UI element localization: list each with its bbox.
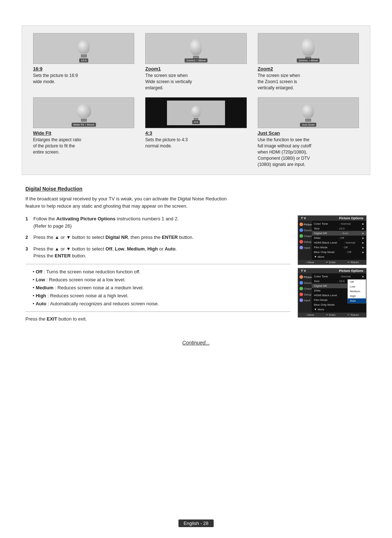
screen-label-16-9: 16:9 — [79, 58, 89, 62]
grid-item-zoom2: Zoom2 ↕ Move Zoom2 The screen size whent… — [258, 33, 359, 91]
step-num-2: 2 — [25, 234, 30, 241]
grid-item-zoom1: Zoom1 ↕ Move Zoom1 The screen size whenW… — [145, 33, 246, 91]
item-desc-just-scan: Use the function to see thefull image wi… — [258, 137, 359, 167]
screen-label-zoom1: Zoom1 ↕ Move — [185, 58, 208, 62]
input-icon — [299, 246, 303, 249]
tv-panel-2: T V Picture Options Picture Sound — [298, 268, 367, 318]
step-num-1: 1 — [25, 215, 30, 229]
bullet-list: Off : Turns the screen noise reduction f… — [33, 268, 290, 308]
dropdown-panel: Off Low Medium High Auto — [347, 279, 366, 303]
item-desc-wide-fit: Enlarges the aspect ratioof the picture … — [33, 137, 134, 155]
dropdown-high: High — [348, 294, 366, 298]
step-num-3: 3 — [25, 245, 30, 260]
dnr-steps: 1 Follow the Activating Picture Options … — [25, 215, 290, 322]
tv-menu-2: Color Tone: Normal▶ Size: 16:9▶ Digital … — [312, 273, 366, 313]
step-2: 2 Press the ▲ or ▼ button to select Digi… — [25, 234, 290, 241]
screen-label-zoom2: Zoom2 ↕ Move — [297, 58, 320, 62]
input-icon-2 — [299, 298, 303, 302]
footer-move-1: ↕ Move — [305, 261, 314, 264]
screen-label-wide-fit: Wide Fit ↕ Move — [72, 123, 96, 127]
tv-sidebar-sound: Sound — [298, 227, 312, 233]
item-title-4-3: 4:3 — [145, 130, 246, 136]
dropdown-auto: Auto — [348, 298, 366, 303]
grid-item-16-9: 16:9 16:9 Sets the picture to 16:9wide m… — [33, 33, 134, 91]
step-3: 3 Press the ▲ or ▼ button to select Off,… — [25, 245, 290, 260]
tv-footer-1: ↕ Move ↵ Enter ↩ Return — [298, 260, 366, 265]
picture-grid-section: 16:9 16:9 Sets the picture to 16:9wide m… — [22, 25, 370, 175]
grid-image-4-3: 4:3 — [145, 97, 246, 128]
divider-2 — [25, 311, 290, 312]
tv-panel-1-title-right: Picture Options — [339, 216, 363, 220]
tv-sidebar-2-picture: Picture — [298, 274, 312, 280]
grid-image-16-9: 16:9 — [33, 33, 134, 64]
dropdown-low: Low — [348, 284, 366, 289]
grid-image-just-scan: Just Scan — [258, 97, 359, 128]
grid-item-4-3: 4:3 4:3 Sets the picture to 4:3normal mo… — [145, 97, 246, 167]
footer-move-2: ↕ Move — [305, 313, 314, 317]
tv-sidebar-2-input: Input — [298, 297, 312, 303]
picture-icon-2 — [299, 275, 303, 279]
tv-menu-film: Film Mode: Off▶ — [312, 245, 366, 250]
item-desc-zoom2: The screen size whenthe Zoom1 screen isv… — [258, 73, 359, 91]
tv-sidebar-channel: Channel — [298, 233, 312, 239]
tv-panel-2-title-left: T V — [301, 269, 306, 273]
grid-item-just-scan: Just Scan Just Scan Use the function to … — [258, 97, 359, 167]
tv-sidebar-picture: Picture — [298, 221, 312, 227]
tv-menu-hdmi: HDMI Black Level: Normal▶ — [312, 240, 366, 245]
tv-menu-1: Color Tone: Normal▶ Size: 16:9▶ Digital … — [312, 221, 366, 260]
grid-item-wide-fit: Wide Fit ↕ Move Wide Fit Enlarges the as… — [33, 97, 134, 167]
item-title-zoom2: Zoom2 — [258, 66, 359, 72]
tv-menu-more: ▼ More — [312, 254, 366, 259]
tv-sidebar-2-channel: Channel — [298, 286, 312, 292]
sound-icon — [299, 228, 303, 232]
dnr-intro: If the broadcast signal received by your… — [25, 195, 236, 209]
bullet-off: Off : Turns the screen noise reduction f… — [33, 268, 290, 276]
picture-grid: 16:9 16:9 Sets the picture to 16:9wide m… — [33, 33, 359, 167]
tv-sidebar-1: Picture Sound Channel — [298, 221, 312, 260]
grid-image-wide-fit: Wide Fit ↕ Move — [33, 97, 134, 128]
tv-panel-2-title-right: Picture Options — [339, 269, 363, 273]
item-desc-zoom1: The screen size whenWide screen is verti… — [145, 73, 246, 91]
tv-panel-1: T V Picture Options Picture Sound — [298, 215, 367, 265]
item-title-just-scan: Just Scan — [258, 130, 359, 136]
page: 16:9 16:9 Sets the picture to 16:9wide m… — [0, 0, 392, 538]
page-number: English - 28 — [179, 519, 214, 527]
bullet-high: High : Reduces screen noise at a high le… — [33, 292, 290, 300]
dnr-content: 1 Follow the Activating Picture Options … — [25, 215, 367, 322]
grid-image-zoom2: Zoom2 ↕ Move — [258, 33, 359, 64]
tv-sidebar-input: Input — [298, 245, 312, 250]
step-1: 1 Follow the Activating Picture Options … — [25, 215, 290, 229]
item-title-zoom1: Zoom1 — [145, 66, 246, 72]
setup-icon-2 — [299, 293, 303, 296]
continued: Continued... — [22, 340, 370, 346]
channel-icon-2 — [299, 287, 303, 290]
tv-panel-2-title: T V Picture Options — [298, 268, 366, 273]
step-text-1: Follow the Activating Picture Options in… — [33, 215, 290, 229]
tv-menu-2-more: ▼ More — [312, 307, 366, 312]
tv-panel-1-title-left: T V — [301, 216, 306, 220]
tv-menu-2-color-tone: Color Tone: Normal▶ — [312, 274, 366, 279]
sound-icon-2 — [299, 281, 303, 285]
dnr-title: Digital Noise Reduction — [25, 186, 367, 192]
tv-sidebar-setup: Setup — [298, 239, 312, 245]
tv-menu-dnie: DNIe: Off▶ — [312, 236, 366, 240]
item-desc-4-3: Sets the picture to 4:3normal mode. — [145, 137, 246, 149]
tv-menu-digital-nr: Digital NR: Auto▶ — [312, 231, 366, 236]
tv-sidebar-2: Picture Sound Channel — [298, 273, 312, 313]
tv-menu-color-tone: Color Tone: Normal▶ — [312, 221, 366, 226]
footer-return-2: ↩ Return — [347, 313, 359, 317]
item-title-wide-fit: Wide Fit — [33, 130, 134, 136]
channel-icon — [299, 234, 303, 238]
screen-label-just-scan: Just Scan — [300, 123, 317, 127]
tv-panel-1-title: T V Picture Options — [298, 216, 366, 221]
exit-text: Press the EXIT button to exit. — [25, 316, 290, 322]
tv-panel-1-body: Picture Sound Channel — [298, 221, 366, 260]
footer-return-1: ↩ Return — [347, 261, 359, 264]
tv-sidebar-2-setup: Setup — [298, 292, 312, 297]
screen-label-4-3: 4:3 — [192, 120, 200, 124]
tv-menu-blue-only: Blue Only Mode: Off▶ — [312, 250, 366, 254]
bullet-medium: Medium : Reduces screen noise at a mediu… — [33, 284, 290, 292]
grid-image-zoom1: Zoom1 ↕ Move — [145, 33, 246, 64]
footer-enter-2: ↵ Enter — [326, 313, 336, 317]
tv-sidebar-2-sound: Sound — [298, 280, 312, 286]
